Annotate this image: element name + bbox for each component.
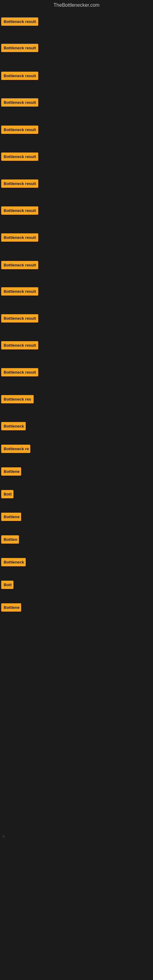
bottleneck-item: Bottleneck result [0,261,153,270]
bottleneck-item: Bottleneck result [0,44,153,53]
site-title: TheBottlenecker.com [54,2,99,8]
bottleneck-badge[interactable]: Bottleneck result [1,341,38,350]
bottleneck-item: Bott [0,581,153,590]
bottleneck-badge[interactable]: Bottleneck result [1,261,38,269]
bottleneck-badge[interactable]: Bottleneck result [1,18,38,26]
bottleneck-item: Bott [0,490,153,500]
bottleneck-badge[interactable]: Bottlene [1,603,21,612]
bottleneck-badge[interactable]: Bottleneck result [1,98,38,107]
bottleneck-item: Bottleneck result [0,368,153,378]
bottleneck-badge[interactable]: Bottlen [1,535,19,544]
bottleneck-badge[interactable]: Bottleneck [1,422,26,430]
bottleneck-item: Bottlene [0,603,153,613]
bottleneck-item: Bottleneck result [0,180,153,189]
bottleneck-item: Bottleneck [0,558,153,568]
bottleneck-item: Bottleneck result [0,207,153,216]
bottleneck-badge[interactable]: Bottleneck res [1,395,33,403]
bottleneck-badge[interactable]: Bottleneck result [1,126,38,134]
bottleneck-badge[interactable]: Bottleneck result [1,287,38,296]
bottleneck-item: Bottleneck result [0,126,153,135]
bottleneck-badge[interactable]: Bottleneck result [1,180,38,188]
bottleneck-badge[interactable]: Bottleneck result [1,153,38,161]
bottleneck-item: Bottleneck result [0,18,153,27]
bottleneck-item: Bottleneck [0,422,153,431]
bottleneck-item: Bottleneck result [0,72,153,81]
bottleneck-item: Bottleneck res [0,395,153,404]
bottleneck-item: Bottleneck result [0,287,153,297]
bottleneck-item: Bottleneck re [0,445,153,454]
bottleneck-item: Bottleneck result [0,98,153,108]
bottleneck-item: Bottleneck result [0,341,153,351]
bottleneck-item: Bottlen [0,535,153,545]
bottleneck-badge[interactable]: Bottlene [1,467,21,476]
bottleneck-badge[interactable]: Bottleneck result [1,72,38,80]
bottleneck-item: Bottlene [0,467,153,477]
bottleneck-badge[interactable]: Bottlene [1,513,21,521]
bottleneck-badge[interactable]: Bottleneck [1,558,26,566]
bottleneck-item: Bottleneck result [0,233,153,243]
bottleneck-item: Bottleneck result [0,314,153,324]
bottleneck-badge[interactable]: Bottleneck result [1,368,38,376]
bottleneck-badge[interactable]: Bottleneck result [1,233,38,242]
bottleneck-badge[interactable]: Bott [1,490,13,498]
bottleneck-badge[interactable]: Bott [1,581,13,589]
bottleneck-item: Bottleneck result [0,153,153,162]
site-header: TheBottlenecker.com [0,0,153,12]
bottleneck-badge[interactable]: Bottleneck result [1,207,38,215]
bottleneck-badge[interactable]: Bottleneck result [1,44,38,52]
bottleneck-item: Bottlene [0,513,153,522]
bottleneck-badge[interactable]: Bottleneck re [1,445,30,453]
small-mark: ≡ [1,833,6,840]
bottleneck-badge[interactable]: Bottleneck result [1,314,38,323]
